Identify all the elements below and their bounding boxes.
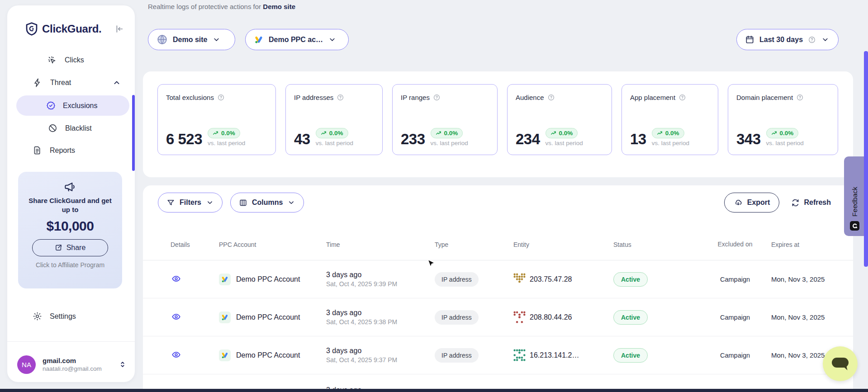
lightning-icon bbox=[33, 78, 43, 88]
help-icon[interactable] bbox=[433, 94, 441, 101]
time-cell: 3 days ago Sat, Oct 4, 2025 9:37 PM bbox=[326, 347, 435, 364]
table-row: Demo PPC Account 3 days ago Sat, Oct 4, … bbox=[143, 260, 853, 298]
stat-caption: vs. last period bbox=[652, 140, 689, 146]
stat-value: 343 bbox=[736, 132, 761, 146]
sidebar-item-threat[interactable]: Threat bbox=[33, 78, 121, 88]
share-button[interactable]: Share bbox=[32, 239, 108, 256]
badge-check-icon bbox=[46, 101, 56, 110]
view-details-button[interactable] bbox=[171, 273, 182, 284]
feedback-tab-label: Feedback bbox=[851, 187, 859, 217]
column-header-status: Status bbox=[613, 241, 699, 248]
chevron-down-icon bbox=[206, 198, 214, 207]
entity-identicon bbox=[513, 273, 526, 285]
google-ads-icon bbox=[254, 35, 264, 45]
excluded-on-cell: Campaign bbox=[699, 276, 771, 283]
time-cell: 3 days ago Sat, Oct 4, 2025 9:39 PM bbox=[326, 271, 435, 288]
type-badge: IP address bbox=[435, 310, 479, 325]
table-row: Demo PPC Account 3 days ago Sat, Oct 4, … bbox=[143, 298, 853, 336]
subnav-scroll-indicator[interactable] bbox=[132, 95, 135, 171]
stat-label: Domain placement bbox=[736, 94, 793, 101]
entity-identicon bbox=[513, 349, 526, 361]
stat-value: 234 bbox=[516, 132, 540, 146]
chevron-up-icon[interactable] bbox=[112, 78, 121, 87]
expires-at-cell: Mon, Nov 3, 2025 bbox=[771, 313, 853, 321]
help-icon[interactable] bbox=[547, 94, 555, 101]
delta-badge: 0.0% bbox=[652, 128, 684, 138]
sidebar-item-settings[interactable]: Settings bbox=[33, 312, 76, 321]
stat-card-ip-addresses: IP addresses 43 0.0% vs. last period bbox=[285, 84, 383, 155]
user-name: gmail.com bbox=[43, 357, 102, 364]
delta-badge: 0.0% bbox=[431, 128, 463, 138]
vertical-scrollbar[interactable] bbox=[864, 51, 868, 267]
feedback-tab[interactable]: Feedback bbox=[844, 156, 865, 236]
refresh-button[interactable]: Refresh bbox=[791, 198, 831, 207]
entity-cell: 208.80.44.26 bbox=[513, 311, 613, 323]
stat-value: 233 bbox=[401, 132, 425, 146]
gear-icon bbox=[33, 312, 42, 321]
columns-button[interactable]: Columns bbox=[230, 193, 304, 213]
stat-card-audience: Audience 234 0.0% vs. last period bbox=[507, 84, 612, 155]
document-icon bbox=[33, 146, 42, 155]
refresh-icon bbox=[791, 198, 800, 207]
affiliate-promo-card[interactable]: Share ClickGuard and get up to $10,000 S… bbox=[18, 172, 122, 288]
promo-amount: $10,000 bbox=[18, 218, 122, 234]
cloud-download-icon bbox=[734, 198, 743, 207]
column-header-details: Details bbox=[171, 241, 219, 248]
stat-card-total-exclusions: Total exclusions 6 523 0.0% vs. last per… bbox=[157, 84, 276, 155]
date-range-selector[interactable]: Last 30 days bbox=[736, 29, 839, 50]
column-header-entity: Entity bbox=[513, 241, 613, 248]
help-icon[interactable] bbox=[217, 94, 225, 101]
user-email: naatali.ro@gmail.com bbox=[43, 365, 102, 372]
stat-card-app-placement: App placement 13 0.0% vs. last period bbox=[621, 84, 718, 155]
delta-badge: 0.0% bbox=[316, 128, 348, 138]
stat-caption: vs. last period bbox=[766, 140, 804, 146]
sidebar-collapse-icon[interactable] bbox=[114, 24, 124, 34]
status-badge: Active bbox=[613, 272, 648, 287]
calendar-icon bbox=[745, 35, 754, 44]
column-header-excluded-on: Excluded on bbox=[714, 240, 756, 249]
filters-button[interactable]: Filters bbox=[158, 193, 223, 213]
avatar: NA bbox=[17, 355, 36, 374]
column-header-expires-at: Expires at bbox=[771, 241, 853, 248]
view-details-button[interactable] bbox=[171, 311, 182, 322]
sidebar-item-exclusions[interactable]: Exclusions bbox=[16, 95, 129, 116]
sidebar: ClickGuard. Clicks Threat bbox=[7, 5, 135, 382]
help-icon[interactable] bbox=[796, 94, 804, 101]
clickguard-logo-icon bbox=[25, 22, 38, 36]
promo-text: Share ClickGuard and get up to bbox=[18, 196, 122, 215]
stat-card-ip-ranges: IP ranges 233 0.0% vs. last period bbox=[392, 84, 498, 155]
stat-value: 6 523 bbox=[166, 132, 202, 146]
stat-caption: vs. last period bbox=[431, 140, 468, 146]
subtitle-site-name: Demo site bbox=[263, 3, 295, 10]
sidebar-item-label: Threat bbox=[50, 79, 71, 87]
stat-caption: vs. last period bbox=[545, 140, 583, 146]
stat-caption: vs. last period bbox=[316, 140, 353, 146]
sidebar-item-clicks[interactable]: Clicks bbox=[47, 55, 84, 65]
cursor-click-icon bbox=[47, 55, 57, 65]
status-badge: Active bbox=[613, 310, 648, 325]
funnel-icon bbox=[166, 198, 175, 207]
up-down-chevrons-icon bbox=[119, 360, 127, 369]
sidebar-item-reports[interactable]: Reports bbox=[33, 146, 75, 155]
view-details-button[interactable] bbox=[171, 349, 182, 360]
sidebar-item-blacklist[interactable]: Blacklist bbox=[48, 123, 92, 133]
site-selector[interactable]: Demo site bbox=[148, 29, 235, 50]
status-badge: Active bbox=[613, 348, 648, 363]
ppc-account-cell: Demo PPC Account bbox=[219, 274, 326, 285]
globe-icon bbox=[157, 34, 168, 45]
stats-panel: Total exclusions 6 523 0.0% vs. last per… bbox=[143, 71, 853, 177]
logo-row: ClickGuard. bbox=[25, 21, 124, 37]
ppc-account-selector[interactable]: Demo PPC ac… bbox=[245, 29, 349, 50]
help-icon[interactable] bbox=[337, 94, 344, 101]
stat-card-domain-placement: Domain placement 343 0.0% vs. last perio… bbox=[728, 84, 838, 155]
trend-up-icon bbox=[771, 130, 778, 137]
user-menu[interactable]: NA gmail.com naatali.ro@gmail.com bbox=[17, 351, 127, 378]
help-icon[interactable] bbox=[678, 94, 686, 101]
entity-cell: 203.75.47.28 bbox=[513, 273, 613, 285]
page-subtitle: Realtime logs of protective actions for … bbox=[148, 3, 295, 10]
type-badge: IP address bbox=[435, 348, 479, 363]
columns-icon bbox=[239, 198, 247, 207]
affiliate-link[interactable]: Click to Affiliate Program bbox=[18, 261, 122, 269]
export-button[interactable]: Export bbox=[724, 193, 780, 213]
chat-launcher-button[interactable] bbox=[823, 346, 858, 381]
